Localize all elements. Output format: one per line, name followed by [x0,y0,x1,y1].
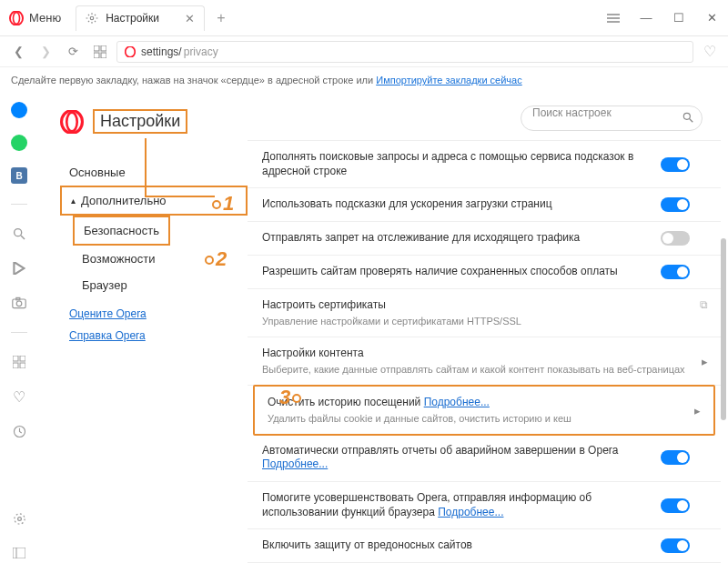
nav-bar: ❮ ❯ ⟳ settings/privacy ♡ [0,36,728,67]
import-bookmarks-link[interactable]: Импортируйте закладки сейчас [376,75,522,85]
tab-settings[interactable]: Настройки ✕ [76,5,205,31]
play-icon[interactable] [10,259,28,277]
window-close-button[interactable]: ✕ [695,0,728,36]
title-bar: Меню Настройки ✕ + — ☐ ✕ [0,0,728,36]
toggle-switch[interactable] [661,450,690,465]
svg-point-24 [66,112,76,131]
vk-icon[interactable]: B [11,167,27,184]
heart-icon[interactable]: ♡ [10,387,28,406]
speed-dial-icon[interactable] [10,353,28,371]
svg-line-9 [21,236,25,239]
window-minimize-button[interactable]: — [630,0,662,36]
setting-row-9: Включить защиту от вредоносных сайтов [248,529,721,563]
toggle-switch[interactable] [661,265,690,279]
svg-point-1 [13,12,19,24]
setting-title: Включить защиту от вредоносных сайтов [262,538,652,553]
setting-title: Настройки контента [262,347,690,361]
setting-row-4[interactable]: Настроить сертификатыУправление настройк… [248,289,721,337]
chevron-up-icon: ▴ [71,196,76,206]
clock-icon[interactable] [10,422,28,440]
easy-setup-icon[interactable] [597,0,630,36]
svg-rect-6 [101,53,106,58]
svg-point-19 [17,517,21,520]
whatsapp-icon[interactable] [11,135,27,151]
sidebar-item-basic[interactable]: Основные [60,159,248,186]
setting-row-5[interactable]: Настройки контентаВыберите, какие данные… [248,337,721,386]
opera-logo-icon [125,46,136,57]
setting-row-7: Автоматически отправлять отчеты об авари… [248,435,721,482]
setting-row-6[interactable]: Очистить историю посещений Подробнее...У… [253,385,715,436]
toggle-switch[interactable] [661,197,690,212]
svg-point-12 [16,301,22,307]
app-menu-button[interactable]: Меню [0,0,70,35]
learn-more-link[interactable]: Подробнее... [262,457,328,470]
sidebar-item-security[interactable]: Безопасность [73,216,170,246]
chevron-right-icon: ▸ [702,355,708,368]
sidebar-item-browser[interactable]: Браузер [73,272,248,298]
sidebar-item-advanced[interactable]: ▴ Дополнительно [60,186,248,216]
setting-title: Очистить историю посещений Подробнее... [268,396,682,410]
opera-logo-icon [60,110,84,134]
svg-point-7 [126,46,136,57]
settings-title: Настройки [93,109,187,134]
setting-title: Использовать подсказки для ускорения заг… [262,197,652,212]
svg-rect-17 [20,363,25,368]
setting-title: Настроить сертификаты [262,298,690,313]
forward-button[interactable]: ❯ [35,41,56,63]
setting-title: Автоматически отправлять отчеты об авари… [262,444,652,472]
learn-more-link[interactable]: Подробнее... [424,396,490,408]
settings-main: Поиск настроек Дополнять поисковые запро… [248,93,728,571]
bookmark-heart-icon[interactable]: ♡ [699,43,721,60]
address-path: settings/ [141,45,182,58]
settings-gear-icon[interactable] [10,509,28,528]
window-maximize-button[interactable]: ☐ [662,0,695,36]
settings-sidebar: Настройки Основные ▴ Дополнительно Безоп… [38,93,248,571]
external-link-icon: ⧉ [700,298,708,311]
camera-icon[interactable] [10,294,28,312]
learn-more-link[interactable]: Подробнее... [438,506,503,518]
back-button[interactable]: ❮ [7,41,29,63]
scrollbar[interactable] [721,238,726,420]
toggle-switch[interactable] [661,498,690,513]
sidebar-toggle-icon[interactable] [10,544,28,562]
svg-rect-21 [13,548,25,558]
toggle-switch[interactable] [661,157,690,172]
svg-point-0 [10,11,23,25]
reload-button[interactable]: ⟳ [62,41,84,63]
left-icon-bar: B ♡ [0,93,38,571]
bookmark-hint: Сделайте первую закладку, нажав на значо… [0,67,728,93]
setting-subtitle: Управление настройками и сертификатами H… [262,315,690,327]
svg-point-2 [90,16,94,20]
address-tail: privacy [184,45,218,58]
setting-row-3: Разрешить сайтам проверять наличие сохра… [248,256,721,289]
svg-rect-16 [13,363,18,368]
setting-row-0: Дополнять поисковые запросы и адреса с п… [248,141,721,188]
gear-icon [86,12,98,25]
address-bar[interactable]: settings/privacy [116,41,693,63]
svg-point-8 [15,229,22,236]
svg-rect-4 [101,45,106,51]
svg-rect-14 [13,356,18,361]
new-tab-button[interactable]: + [210,10,232,26]
rate-opera-link[interactable]: Оцените Opera [69,307,248,320]
setting-title: Помогите усовершенствовать Opera, отправ… [262,491,652,519]
toggle-switch[interactable] [661,231,690,246]
svg-point-20 [14,513,24,523]
search-icon[interactable] [10,225,28,243]
setting-title: Отправлять запрет на отслеживание для ис… [262,231,652,246]
tab-close-icon[interactable]: ✕ [185,12,195,25]
messenger-icon[interactable] [11,102,27,118]
setting-row-2: Отправлять запрет на отслеживание для ис… [248,222,721,256]
search-icon [682,111,694,124]
speed-dial-button[interactable] [89,41,111,63]
sidebar-item-features[interactable]: Возможности [73,246,248,272]
svg-rect-15 [20,356,25,361]
toggle-switch[interactable] [661,538,690,553]
setting-subtitle: Выберите, какие данные отправлять сайтам… [262,363,690,376]
svg-point-23 [62,110,83,133]
settings-search-input[interactable]: Поиск настроек [521,106,703,131]
help-opera-link[interactable]: Справка Opera [69,329,248,342]
setting-title: Разрешить сайтам проверять наличие сохра… [262,265,652,279]
svg-rect-5 [94,53,99,58]
svg-rect-3 [94,45,99,51]
